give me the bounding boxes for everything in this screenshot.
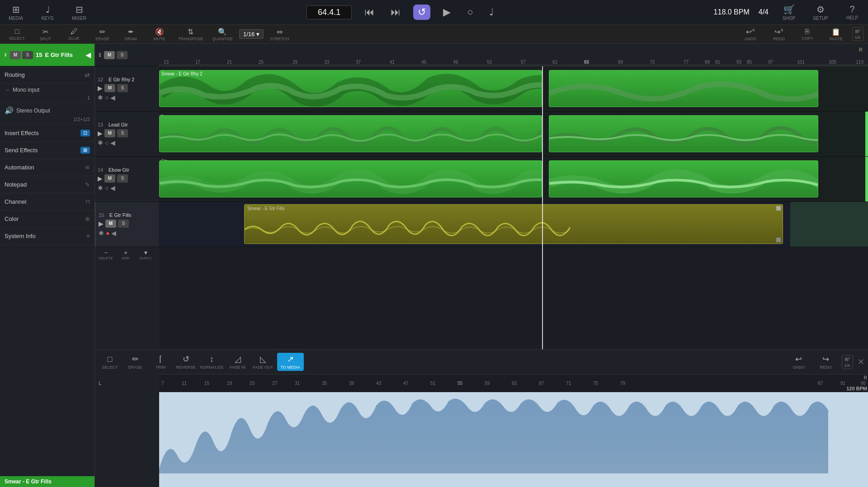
to-media-icon: ↗	[287, 354, 294, 364]
undo-button[interactable]: ↩° UNDO	[738, 27, 763, 42]
shop-button[interactable]: 🛒 SHOP	[778, 4, 800, 21]
solo-button-top[interactable]: S	[117, 51, 127, 59]
metronome-button[interactable]: ♩	[486, 5, 497, 20]
loop-button[interactable]: ↺	[413, 5, 430, 20]
track-13-clip-2[interactable]	[549, 115, 818, 152]
trim-tool[interactable]: ⌈ TRIM	[149, 354, 172, 370]
paste-button[interactable]: 📋 PASTE	[824, 27, 849, 42]
quantize-value[interactable]: 1/16 ▾	[239, 29, 264, 39]
copy-button[interactable]: ⎘ COPY	[795, 27, 820, 42]
keys-button[interactable]: ♩ KEYS	[36, 4, 59, 21]
clip-handle-tr[interactable]	[776, 206, 781, 211]
mute-btn-15[interactable]: M	[105, 220, 116, 228]
play-icon-13[interactable]: ▶	[98, 130, 103, 137]
routing-icon: ⇄	[85, 71, 90, 79]
mute-button-15[interactable]: M	[10, 51, 21, 59]
mixer-button[interactable]: ⊟ MIXER	[68, 4, 90, 21]
play-icon-14[interactable]: ▶	[98, 175, 103, 182]
bpm-display[interactable]: 118.0 BPM	[714, 8, 750, 16]
secondary-toolbar: □ SELECT ✂ SPLIT 🖊 GLUE ✏ ERASE ✒ DRAW 🔇…	[0, 25, 868, 44]
split-tool[interactable]: ✂ SPLIT	[33, 27, 58, 42]
track-14-grid-row[interactable]: Gtr	[159, 157, 868, 202]
fade-in-tool[interactable]: ◿ FADE IN	[226, 354, 249, 370]
track-12-grid-row[interactable]: Smear - E Gtr Rhy 2	[159, 66, 868, 112]
track-12-clip-1[interactable]: Smear - E Gtr Rhy 2	[159, 70, 542, 107]
top-ruler: R 13 17 21 25 29 33 37	[159, 44, 868, 66]
delete-track-button[interactable]: − DELETE	[98, 249, 114, 260]
mute-btn-13[interactable]: M	[104, 129, 115, 137]
mute-btn-12[interactable]: M	[104, 84, 115, 92]
track-15-clip[interactable]: Smear - E Gtr Fills	[244, 204, 783, 244]
play-button[interactable]: ▶	[439, 5, 454, 20]
selected-track-header[interactable]: ⇕ M S 15 E Gtr Fills ◀	[0, 44, 94, 66]
time-sig-display[interactable]: 4/4	[759, 8, 769, 16]
solo-btn-13[interactable]: S	[117, 129, 128, 137]
track-12-clip-2[interactable]	[549, 70, 818, 107]
glue-tool[interactable]: 🖊 GLUE	[61, 27, 86, 42]
channel-section[interactable]: Channel ⊓	[0, 193, 94, 211]
stretch-tool[interactable]: ⇔ STRETCH	[267, 27, 292, 42]
solo-btn-15[interactable]: S	[118, 220, 129, 228]
solo-button-15[interactable]: S	[22, 51, 33, 59]
send-effects-section[interactable]: Send Effects ⊠	[0, 142, 94, 159]
copy-icon: ⎘	[805, 28, 810, 36]
rewind-button[interactable]: ⏮	[361, 5, 378, 20]
solo-btn-14[interactable]: S	[117, 174, 128, 183]
clip-undo-button[interactable]: ↩ UNDO	[788, 354, 810, 370]
track-back-icon[interactable]: ◀	[85, 51, 91, 59]
audio-icon-14: ◀	[110, 184, 115, 192]
duplicate-track-button[interactable]: ▾ DUPLC	[137, 249, 154, 260]
track-15-grid-row[interactable]: Smear - E Gtr Fills	[159, 202, 868, 247]
add-track-button[interactable]: + ADD	[118, 249, 134, 260]
stereo-output-item[interactable]: 🔊 Stereo Output	[5, 105, 90, 116]
keys-icon: ♩	[46, 4, 50, 15]
fast-forward-button[interactable]: ⏭	[387, 5, 404, 20]
track-sort-icon[interactable]: ⇕	[4, 52, 7, 57]
routing-section[interactable]: Routing ⇄	[0, 66, 94, 84]
notepad-section[interactable]: Notepad ✎	[0, 176, 94, 193]
help-button[interactable]: ? HELP	[841, 4, 863, 20]
track-14-edge	[865, 157, 868, 201]
clip-redo-button[interactable]: ↪ REDO	[815, 354, 837, 370]
system-info-section[interactable]: System Info ≡	[0, 228, 94, 245]
mute-tool[interactable]: 🔇 MUTE	[147, 27, 172, 42]
mute-button-top[interactable]: M	[104, 51, 115, 59]
mono-input-item[interactable]: → Mono input	[5, 85, 90, 94]
automation-section[interactable]: Automation ≋	[0, 159, 94, 176]
track-14-clip-1[interactable]	[159, 160, 542, 197]
clip-erase-icon: ✏	[132, 354, 139, 364]
clip-grid-setting[interactable]: ⊞°1/4	[842, 355, 853, 369]
play-icon-15[interactable]: ▶	[99, 220, 104, 227]
close-clip-icon[interactable]: ✕	[858, 357, 864, 367]
split-icon: ✂	[42, 28, 48, 36]
clip-select-tool[interactable]: □ SELECT	[99, 355, 121, 370]
solo-btn-12[interactable]: S	[117, 84, 128, 92]
setup-button[interactable]: ⚙ SETUP	[809, 4, 832, 21]
record-button[interactable]: ○	[463, 5, 476, 20]
select-tool[interactable]: □ SELECT	[5, 27, 29, 42]
redo-button[interactable]: ↪° REDO	[767, 27, 792, 42]
erase-tool[interactable]: ✏ ERASE	[90, 27, 115, 42]
color-section[interactable]: Color ⊕	[0, 211, 94, 228]
clip-erase-tool[interactable]: ✏ ERASE	[124, 354, 146, 370]
fade-out-tool[interactable]: ◺ FADE OUT	[252, 354, 274, 370]
draw-tool[interactable]: ✒ DRAW	[118, 27, 143, 42]
mono-input-value: 1	[5, 94, 90, 101]
track-13-num: 13	[98, 122, 107, 127]
left-channel-label: L	[99, 380, 101, 386]
play-icon-12[interactable]: ▶	[98, 84, 103, 92]
media-button[interactable]: ⊞ MEDIA	[5, 4, 27, 21]
reverse-tool[interactable]: ↺ REVERSE	[175, 354, 197, 370]
grid-setting[interactable]: ⊞°1/4	[852, 27, 863, 41]
to-media-tool[interactable]: ↗ TO MEDIA	[277, 353, 304, 371]
track-13-grid-row[interactable]: tr	[159, 112, 868, 157]
quantize-tool[interactable]: 🔍 QUANTIZE	[210, 27, 236, 42]
insert-effects-section[interactable]: Insert Effects ⊡	[0, 125, 94, 142]
audio-icon-15: ◀	[111, 229, 116, 237]
mute-btn-14[interactable]: M	[104, 174, 115, 183]
track-14-clip-2[interactable]	[549, 160, 818, 197]
position-display[interactable]: 64.4.1	[307, 5, 352, 19]
track-13-clip-1[interactable]	[159, 115, 542, 152]
transpose-tool[interactable]: ⇅ TRANSPOSE	[175, 27, 206, 42]
normalize-tool[interactable]: ↕ NORMALIZE	[200, 355, 224, 370]
